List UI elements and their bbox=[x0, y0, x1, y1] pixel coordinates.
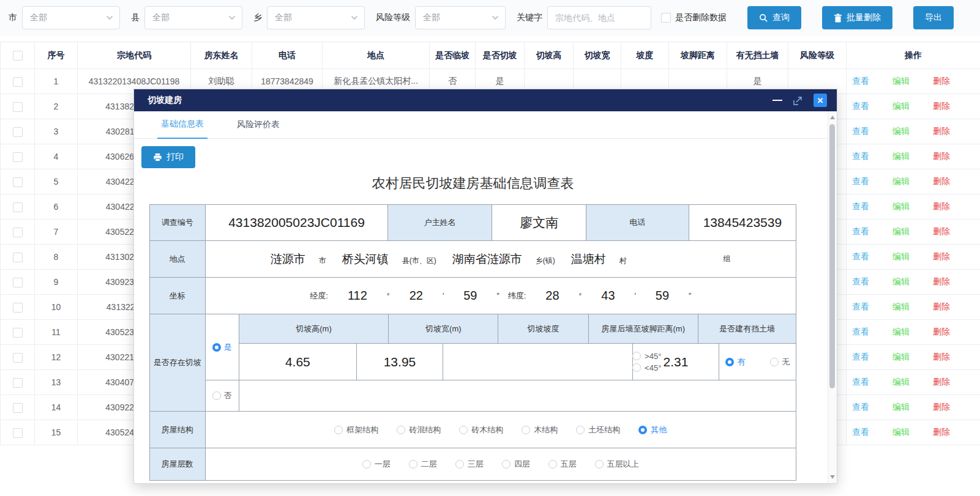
row-checkbox[interactable] bbox=[13, 428, 23, 438]
export-button[interactable]: 导出 bbox=[913, 6, 954, 29]
view-link[interactable]: 查看 bbox=[852, 377, 869, 388]
house-structure-option[interactable]: 木结构 bbox=[522, 424, 558, 435]
row-checkbox[interactable] bbox=[13, 152, 23, 162]
delete-link[interactable]: 删除 bbox=[933, 101, 950, 112]
maximize-icon[interactable] bbox=[793, 95, 803, 106]
row-checkbox[interactable] bbox=[13, 303, 23, 313]
house-structure-option[interactable]: 砖混结构 bbox=[397, 424, 441, 435]
delete-link[interactable]: 删除 bbox=[933, 327, 950, 338]
row-checkbox[interactable] bbox=[13, 202, 23, 212]
view-link[interactable]: 查看 bbox=[852, 427, 869, 438]
retaining-wall-option[interactable]: 无 bbox=[770, 357, 790, 368]
house-floors-option[interactable]: 五层以上 bbox=[595, 459, 639, 470]
row-checkbox[interactable] bbox=[13, 278, 23, 287]
row-checkbox[interactable] bbox=[13, 127, 23, 137]
edit-link[interactable]: 编辑 bbox=[892, 377, 910, 388]
house-floors-option[interactable]: 四层 bbox=[502, 459, 530, 470]
edit-link[interactable]: 编辑 bbox=[892, 427, 910, 438]
delete-link[interactable]: 删除 bbox=[933, 302, 950, 313]
scroll-down-icon[interactable] bbox=[828, 473, 837, 481]
row-checkbox[interactable] bbox=[13, 77, 23, 87]
row-checkbox[interactable] bbox=[13, 378, 23, 388]
cut-slope-yes-option[interactable]: 是 bbox=[206, 314, 239, 380]
view-link[interactable]: 查看 bbox=[852, 352, 869, 363]
scrollbar-thumb[interactable] bbox=[829, 124, 835, 388]
filter-select-risk-level[interactable]: 全部 bbox=[415, 6, 506, 29]
edit-link[interactable]: 编辑 bbox=[892, 76, 910, 87]
modal-header[interactable]: 切坡建房 ✕ bbox=[134, 89, 837, 111]
edit-link[interactable]: 编辑 bbox=[892, 251, 910, 262]
edit-link[interactable]: 编辑 bbox=[892, 201, 910, 212]
edit-link[interactable]: 编辑 bbox=[892, 176, 910, 187]
edit-link[interactable]: 编辑 bbox=[892, 352, 910, 363]
minimize-icon[interactable] bbox=[772, 100, 782, 101]
tab-basic-info[interactable]: 基础信息表 bbox=[157, 119, 208, 139]
batch-delete-button[interactable]: 批量删除 bbox=[822, 6, 892, 29]
degree-symbol: ° bbox=[579, 292, 582, 300]
row-checkbox[interactable] bbox=[13, 228, 23, 237]
delete-link[interactable]: 删除 bbox=[933, 427, 950, 438]
view-link[interactable]: 查看 bbox=[852, 251, 869, 262]
close-icon[interactable]: ✕ bbox=[814, 94, 827, 107]
phone-value: 13845423539 bbox=[689, 205, 796, 240]
edit-link[interactable]: 编辑 bbox=[892, 276, 910, 287]
house-floors-option[interactable]: 五层 bbox=[548, 459, 577, 470]
view-link[interactable]: 查看 bbox=[852, 226, 869, 237]
row-checkbox[interactable] bbox=[13, 253, 23, 262]
row-checkbox[interactable] bbox=[13, 177, 23, 187]
select-all-checkbox[interactable] bbox=[13, 51, 23, 61]
house-floors-option[interactable]: 一层 bbox=[362, 459, 391, 470]
cut-slope-no-option[interactable]: 否 bbox=[206, 380, 239, 411]
delete-link[interactable]: 删除 bbox=[933, 76, 950, 87]
row-checkbox[interactable] bbox=[13, 328, 23, 338]
view-link[interactable]: 查看 bbox=[852, 76, 869, 87]
view-link[interactable]: 查看 bbox=[852, 402, 869, 413]
delete-link[interactable]: 删除 bbox=[933, 377, 950, 388]
delete-link[interactable]: 删除 bbox=[933, 352, 950, 363]
tab-risk-eval[interactable]: 风险评价表 bbox=[233, 119, 283, 138]
filter-select-city[interactable]: 全部 bbox=[22, 6, 120, 29]
edit-link[interactable]: 编辑 bbox=[892, 302, 910, 313]
edit-link[interactable]: 编辑 bbox=[892, 151, 910, 162]
view-link[interactable]: 查看 bbox=[852, 126, 869, 137]
view-link[interactable]: 查看 bbox=[852, 302, 869, 313]
house-structure-option[interactable]: 其他 bbox=[638, 424, 667, 435]
delete-link[interactable]: 删除 bbox=[933, 226, 950, 237]
retaining-wall-option[interactable]: 有 bbox=[725, 357, 746, 368]
edit-link[interactable]: 编辑 bbox=[892, 101, 910, 112]
house-structure-option[interactable]: 框架结构 bbox=[334, 424, 378, 435]
house-structure-option[interactable]: 土坯结构 bbox=[576, 424, 620, 435]
view-link[interactable]: 查看 bbox=[852, 276, 869, 287]
delete-link[interactable]: 删除 bbox=[933, 126, 950, 137]
row-checkbox[interactable] bbox=[13, 403, 23, 413]
edit-link[interactable]: 编辑 bbox=[892, 402, 910, 413]
row-checkbox[interactable] bbox=[13, 353, 23, 363]
view-link[interactable]: 查看 bbox=[852, 176, 869, 187]
edit-link[interactable]: 编辑 bbox=[892, 327, 910, 338]
view-link[interactable]: 查看 bbox=[852, 327, 869, 338]
edit-link[interactable]: 编辑 bbox=[892, 126, 910, 137]
house-floors-option[interactable]: 三层 bbox=[455, 459, 484, 470]
scroll-up-icon[interactable] bbox=[828, 113, 837, 122]
delete-link[interactable]: 删除 bbox=[933, 402, 950, 413]
query-button[interactable]: 查询 bbox=[747, 6, 801, 29]
delete-link[interactable]: 删除 bbox=[933, 151, 950, 162]
filter-select-county[interactable]: 全部 bbox=[144, 6, 242, 29]
keyword-input[interactable] bbox=[547, 6, 651, 29]
view-link[interactable]: 查看 bbox=[852, 151, 869, 162]
view-link[interactable]: 查看 bbox=[852, 101, 869, 112]
house-floors-option[interactable]: 二层 bbox=[409, 459, 437, 470]
delete-data-checkbox[interactable] bbox=[661, 13, 671, 23]
delete-link[interactable]: 删除 bbox=[933, 201, 950, 212]
view-link[interactable]: 查看 bbox=[852, 201, 869, 212]
edit-link[interactable]: 编辑 bbox=[892, 226, 910, 237]
delete-link[interactable]: 删除 bbox=[933, 251, 950, 262]
filter-select-township[interactable]: 全部 bbox=[267, 6, 365, 29]
print-button[interactable]: 打印 bbox=[141, 146, 195, 168]
longitude-min: 22 bbox=[398, 289, 434, 303]
row-checkbox[interactable] bbox=[13, 102, 23, 112]
delete-link[interactable]: 删除 bbox=[933, 176, 950, 187]
house-structure-option[interactable]: 砖木结构 bbox=[459, 424, 503, 435]
modal-scrollbar[interactable] bbox=[828, 111, 837, 483]
delete-link[interactable]: 删除 bbox=[933, 276, 950, 287]
